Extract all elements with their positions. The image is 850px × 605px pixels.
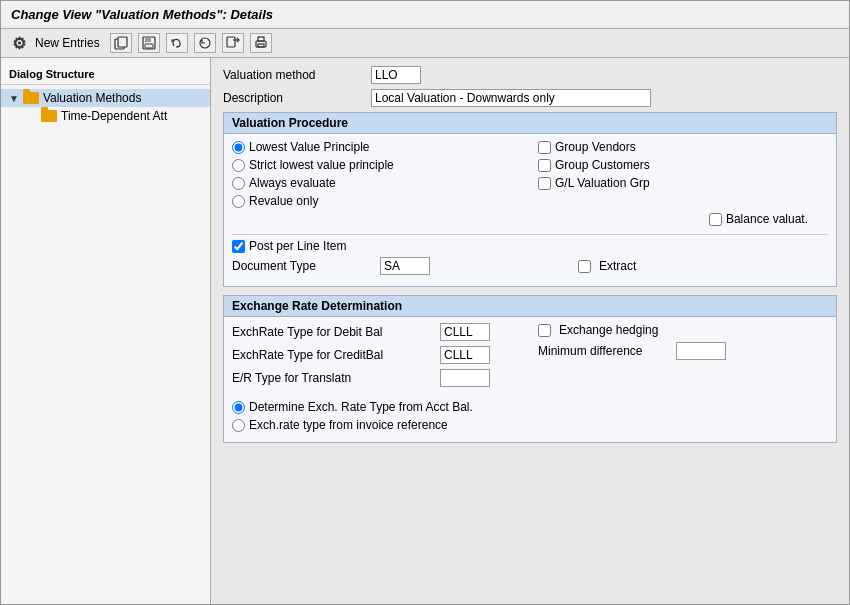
description-row: Description	[223, 89, 837, 107]
checkbox-group-vendors[interactable]	[538, 141, 551, 154]
credit-bal-label: ExchRate Type for CreditBal	[232, 348, 432, 362]
valuation-procedure-left: Lowest Value Principle Strict lowest val…	[232, 140, 522, 212]
collapse-arrow-icon: ▼	[9, 93, 19, 104]
min-diff-row: Minimum difference	[538, 342, 828, 360]
checkbox-post-per-line[interactable]	[232, 240, 245, 253]
debit-bal-label: ExchRate Type for Debit Bal	[232, 325, 432, 339]
checkbox-group-customers-label: Group Customers	[555, 158, 650, 172]
folder-icon-time-dependent	[41, 110, 57, 122]
svg-rect-1	[118, 37, 127, 47]
radio-exch-rate-invoice-label: Exch.rate type from invoice reference	[249, 418, 448, 432]
folder-icon-valuation	[23, 92, 39, 104]
svg-rect-10	[258, 44, 264, 47]
sidebar-item-time-dependent[interactable]: Time-Dependent Att	[21, 107, 210, 125]
debit-bal-row: ExchRate Type for Debit Bal	[232, 323, 522, 341]
checkbox-balance-valuat-label: Balance valuat.	[726, 212, 808, 226]
toolbar-export-btn[interactable]	[222, 33, 244, 53]
valuation-procedure-cols: Lowest Value Principle Strict lowest val…	[232, 140, 828, 212]
sidebar: Dialog Structure ▼ Valuation Methods Tim…	[1, 58, 211, 604]
translation-label: E/R Type for Translatn	[232, 371, 432, 385]
valuation-procedure-right: Group Vendors Group Customers G/L Valuat…	[538, 140, 828, 212]
radio-strict-lowest: Strict lowest value principle	[232, 158, 522, 172]
min-diff-label: Minimum difference	[538, 344, 668, 358]
toolbar: ⚙ New Entries	[1, 29, 849, 58]
document-type-input[interactable]	[380, 257, 430, 275]
radio-exch-rate-invoice-input[interactable]	[232, 419, 245, 432]
valuation-procedure-section: Valuation Procedure Lowest Value Princip…	[223, 112, 837, 287]
checkbox-extract[interactable]	[578, 260, 591, 273]
debit-bal-input[interactable]	[440, 323, 490, 341]
radio-determine-exch-row: Determine Exch. Rate Type from Acct Bal.	[232, 400, 828, 414]
radio-lowest-value-input[interactable]	[232, 141, 245, 154]
toolbar-print-btn[interactable]	[250, 33, 272, 53]
checkbox-post-per-line-row: Post per Line Item	[232, 239, 828, 253]
checkbox-exchange-hedging-label: Exchange hedging	[559, 323, 658, 337]
checkbox-extract-label: Extract	[599, 259, 636, 273]
checkbox-group-customers[interactable]	[538, 159, 551, 172]
radio-revalue-only-input[interactable]	[232, 195, 245, 208]
exchange-rate-body: ExchRate Type for Debit Bal ExchRate Typ…	[224, 317, 836, 442]
menu-icon[interactable]: ⚙	[9, 33, 29, 53]
radio-lowest-value: Lowest Value Principle	[232, 140, 522, 154]
translation-input[interactable]	[440, 369, 490, 387]
radio-always-evaluate-label: Always evaluate	[249, 176, 336, 190]
checkbox-post-per-line-label: Post per Line Item	[249, 239, 346, 253]
valuation-method-input[interactable]	[371, 66, 421, 84]
radio-strict-lowest-label: Strict lowest value principle	[249, 158, 394, 172]
description-label: Description	[223, 91, 363, 105]
document-type-row: Document Type Extract	[232, 257, 828, 275]
checkbox-balance-valuat-row-inner: Balance valuat.	[709, 212, 808, 226]
radio-always-evaluate-input[interactable]	[232, 177, 245, 190]
radio-determine-exch-input[interactable]	[232, 401, 245, 414]
main-window: Change View "Valuation Methods": Details…	[0, 0, 850, 605]
min-diff-input[interactable]	[676, 342, 726, 360]
document-type-label: Document Type	[232, 259, 372, 273]
svg-rect-9	[258, 37, 264, 41]
toolbar-undo-btn[interactable]	[166, 33, 188, 53]
credit-bal-row: ExchRate Type for CreditBal	[232, 346, 522, 364]
checkbox-gl-valuation-label: G/L Valuation Grp	[555, 176, 650, 190]
exchange-rate-header: Exchange Rate Determination	[224, 296, 836, 317]
radio-strict-lowest-input[interactable]	[232, 159, 245, 172]
valuation-procedure-header: Valuation Procedure	[224, 113, 836, 134]
toolbar-refresh-btn[interactable]	[194, 33, 216, 53]
toolbar-copy-btn[interactable]	[110, 33, 132, 53]
sidebar-title: Dialog Structure	[1, 64, 210, 85]
svg-rect-6	[227, 37, 235, 47]
svg-rect-4	[145, 44, 153, 48]
credit-bal-input[interactable]	[440, 346, 490, 364]
checkbox-exchange-hedging[interactable]	[538, 324, 551, 337]
title-bar: Change View "Valuation Methods": Details	[1, 1, 849, 29]
exchange-rate-right: Exchange hedging Minimum difference	[538, 323, 828, 392]
new-entries-button[interactable]: New Entries	[35, 36, 100, 50]
exchange-rate-cols: ExchRate Type for Debit Bal ExchRate Typ…	[232, 323, 828, 392]
valuation-method-label: Valuation method	[223, 68, 363, 82]
content-area: Dialog Structure ▼ Valuation Methods Tim…	[1, 58, 849, 604]
radio-always-evaluate: Always evaluate	[232, 176, 522, 190]
checkbox-group-vendors-row: Group Vendors	[538, 140, 828, 154]
translation-row: E/R Type for Translatn	[232, 369, 522, 387]
valuation-procedure-body: Lowest Value Principle Strict lowest val…	[224, 134, 836, 286]
checkbox-gl-valuation-row: G/L Valuation Grp	[538, 176, 828, 190]
radio-revalue-only-label: Revalue only	[249, 194, 318, 208]
window-title: Change View "Valuation Methods": Details	[11, 7, 273, 22]
radio-revalue-only: Revalue only	[232, 194, 522, 208]
checkbox-group-vendors-label: Group Vendors	[555, 140, 636, 154]
svg-rect-3	[145, 37, 151, 42]
checkbox-group-customers-row: Group Customers	[538, 158, 828, 172]
radio-lowest-value-label: Lowest Value Principle	[249, 140, 370, 154]
balance-valuat-row: Balance valuat.	[232, 212, 828, 230]
exchange-rate-section: Exchange Rate Determination ExchRate Typ…	[223, 295, 837, 443]
description-input[interactable]	[371, 89, 651, 107]
hedging-row: Exchange hedging	[538, 323, 828, 337]
sidebar-item-valuation-methods[interactable]: ▼ Valuation Methods	[1, 89, 210, 107]
radio-exch-rate-invoice-row: Exch.rate type from invoice reference	[232, 418, 828, 432]
divider-1	[232, 234, 828, 235]
checkbox-balance-valuat[interactable]	[709, 213, 722, 226]
radio-determine-exch-label: Determine Exch. Rate Type from Acct Bal.	[249, 400, 473, 414]
sidebar-label-time-dependent: Time-Dependent Att	[61, 109, 167, 123]
exchange-rate-left: ExchRate Type for Debit Bal ExchRate Typ…	[232, 323, 522, 392]
toolbar-save-btn[interactable]	[138, 33, 160, 53]
checkbox-gl-valuation[interactable]	[538, 177, 551, 190]
sidebar-label-valuation-methods: Valuation Methods	[43, 91, 142, 105]
